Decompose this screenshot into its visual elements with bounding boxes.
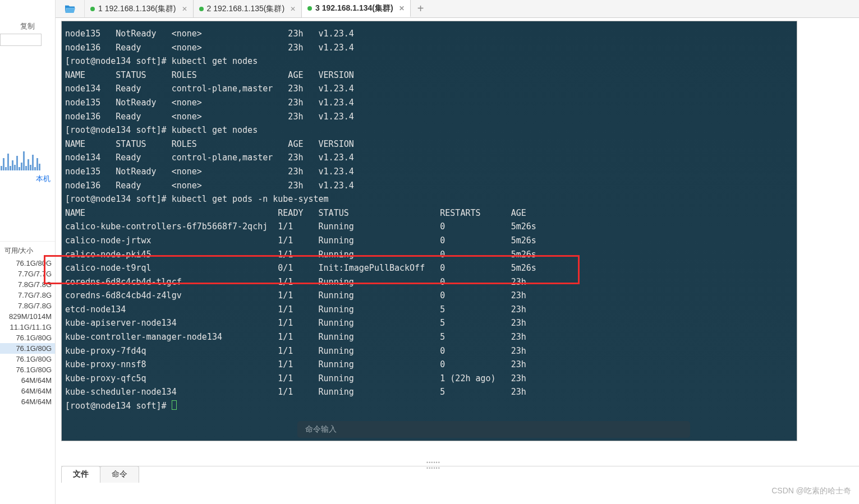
close-icon[interactable]: ✕ [399,4,405,12]
close-icon[interactable]: ✕ [182,5,187,13]
open-folder-button[interactable] [56,0,85,17]
cursor-icon [172,400,177,410]
terminal-output[interactable]: node135 NotReady <none> 23h v1.23.4 node… [62,21,797,413]
usage-header: 可用/大小 [0,241,55,258]
usage-row[interactable]: 7.7G/7.7G [0,269,55,279]
usage-row[interactable]: 7.7G/7.8G [0,290,55,300]
usage-row[interactable]: 64M/64M [0,375,55,386]
session-tab[interactable]: 1 192.168.1.136(集群)✕ [85,0,194,17]
tab-label: 1 192.168.1.136(集群) [98,4,176,14]
usage-row[interactable]: 64M/64M [0,386,55,396]
bottom-tabbar: 文件 命令 [61,466,859,483]
session-tab[interactable]: 3 192.168.1.134(集群)✕ [302,0,411,17]
usage-list: 76.1G/80G7.7G/7.7G7.8G/7.8G7.7G/7.8G7.8G… [0,258,55,407]
command-input[interactable]: 命令输入 [297,421,690,438]
usage-row[interactable]: 76.1G/80G [0,354,55,364]
usage-row[interactable]: 829M/1014M [0,311,55,322]
session-tabbar: 1 192.168.1.136(集群)✕2 192.168.1.135(集群)✕… [56,0,859,18]
bottom-tab-cmd[interactable]: 命令 [100,466,139,483]
watermark: CSDN @吃素的哈士奇 [771,486,851,496]
local-label[interactable]: 本机 [0,170,55,184]
small-input[interactable] [0,34,42,46]
usage-row[interactable]: 76.1G/80G [0,332,55,343]
add-tab-button[interactable]: + [411,0,431,17]
terminal-panel: node135 NotReady <none> 23h v1.23.4 node… [61,21,797,441]
bottom-tab-file[interactable]: 文件 [61,466,100,483]
session-tab[interactable]: 2 192.168.1.135(集群)✕ [194,0,302,17]
usage-row[interactable]: 76.1G/80G [0,364,55,375]
usage-row[interactable]: 11.1G/11.1G [0,322,55,332]
status-dot-icon [199,7,204,11]
usage-row[interactable]: 7.8G/7.8G [0,279,55,290]
usage-row[interactable]: 7.8G/7.8G [0,300,55,311]
command-placeholder: 命令输入 [305,424,337,434]
copy-label[interactable]: 复制 [0,21,55,31]
sparkline [0,150,54,170]
tab-label: 3 192.168.1.134(集群) [315,3,393,13]
status-dot-icon [307,6,312,11]
status-dot-icon [90,7,95,11]
left-sidebar: 复制 本机 可用/大小 76.1G/80G7.7G/7.7G7.8G/7.8G7… [0,0,56,504]
usage-row[interactable]: 76.1G/80G [0,258,55,269]
usage-row[interactable]: 64M/64M [0,396,55,407]
tab-label: 2 192.168.1.135(集群) [207,4,285,14]
usage-row[interactable]: 76.1G/80G [0,343,55,354]
close-icon[interactable]: ✕ [290,5,296,13]
folder-open-icon [64,4,76,14]
